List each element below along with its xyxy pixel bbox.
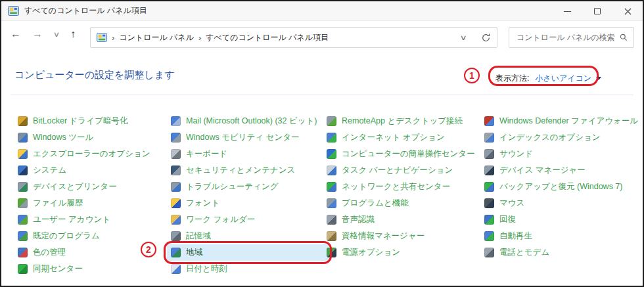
control-panel-item-bitlocker[interactable]: BitLocker ドライブ暗号化	[18, 113, 168, 129]
minimize-button[interactable]	[552, 1, 582, 21]
item-label: RemoteApp とデスクトップ接続	[342, 116, 463, 127]
control-panel-item-troubleshooting[interactable]: トラブルシューティング	[171, 179, 323, 195]
control-panel-item-programs-and-features[interactable]: プログラムと機能	[327, 195, 481, 211]
breadcrumb-separator: ›	[112, 33, 114, 43]
speech-recognition-icon	[327, 215, 336, 225]
control-panel-item-file-history[interactable]: ファイル履歴	[18, 195, 168, 211]
sync-center-icon	[18, 264, 28, 274]
indexing-options-icon	[484, 133, 494, 143]
control-panel-item-recovery[interactable]: 回復	[484, 211, 635, 228]
up-button[interactable]: ↑	[70, 29, 76, 39]
control-panel-item-device-manager[interactable]: デバイス マネージャー	[484, 162, 635, 179]
control-panel-item-remoteapp[interactable]: RemoteApp とデスクトップ接続	[327, 113, 481, 129]
control-panel-item-mouse[interactable]: マウス	[484, 195, 635, 211]
item-label: コンピューターの簡単操作センター	[342, 148, 475, 160]
search-box[interactable]	[509, 27, 634, 48]
back-button[interactable]: ←	[11, 29, 21, 39]
control-panel-item-taskbar-navigation[interactable]: タスク バーとナビゲーション	[327, 162, 481, 179]
storage-spaces-icon	[171, 231, 181, 241]
control-panel-item-file-explorer-options[interactable]: エクスプローラーのオプション	[18, 146, 168, 162]
close-icon	[624, 8, 632, 15]
recent-locations-chevron-icon[interactable]: ∨	[53, 30, 60, 39]
view-by-dropdown-icon[interactable]	[596, 77, 601, 80]
control-panel-item-fonts[interactable]: フォント	[171, 195, 323, 211]
mouse-icon	[484, 198, 494, 208]
windows-defender-firewall-icon	[484, 116, 494, 126]
control-panel-item-system[interactable]: システム	[18, 162, 168, 179]
annotation-step-1: 1	[464, 68, 480, 83]
item-label: 回復	[499, 214, 516, 225]
window-title: すべてのコントロール パネル項目	[24, 5, 147, 16]
control-panel-item-security-and-maintenance[interactable]: セキュリティとメンテナンス	[171, 162, 323, 179]
control-panel-item-sync-center[interactable]: 同期センター	[18, 261, 168, 277]
taskbar-navigation-icon	[327, 166, 336, 175]
item-label: 既定のプログラム	[33, 231, 100, 242]
control-panel-item-storage-spaces[interactable]: 記憶域	[171, 228, 323, 244]
minimize-icon	[564, 11, 571, 12]
file-explorer-options-icon	[18, 149, 28, 159]
control-panel-item-default-programs[interactable]: 既定のプログラム	[18, 228, 168, 244]
control-panel-item-power-options[interactable]: 電源オプション	[327, 244, 481, 261]
forward-button[interactable]: →	[32, 29, 43, 39]
items-column-2: Mail (Microsoft Outlook) (32 ビット)Windows…	[171, 113, 323, 277]
breadcrumb-control-panel[interactable]: コントロール パネル	[119, 32, 194, 43]
address-dropdown-chevron-icon[interactable]: ∨	[459, 33, 467, 42]
view-by-value[interactable]: 小さいアイコン	[535, 73, 591, 84]
control-panel-item-mobility-center[interactable]: Windows モビリティ センター	[171, 129, 323, 146]
items-column-1: BitLocker ドライブ暗号化Windows ツールエクスプローラーのオプシ…	[18, 113, 168, 277]
windows-tools-icon	[18, 133, 28, 143]
mail-icon	[171, 116, 181, 126]
control-panel-item-windows-defender-firewall[interactable]: Windows Defender ファイアウォール	[484, 113, 635, 129]
control-panel-item-color-management[interactable]: 色の管理	[18, 244, 168, 261]
item-label: ユーザー アカウント	[33, 214, 110, 225]
item-label: ネットワークと共有センター	[342, 181, 450, 192]
control-panel-item-work-folders[interactable]: ワーク フォルダー	[171, 211, 323, 228]
remoteapp-icon	[327, 116, 336, 126]
backup-and-restore-icon	[484, 182, 494, 192]
item-label: 音声認識	[342, 214, 375, 225]
control-panel-window: すべてのコントロール パネル項目 ← → ∨ ↑ › コントロール パネル	[0, 0, 644, 287]
control-panel-item-indexing-options[interactable]: インデックスのオプション	[484, 129, 635, 146]
control-panel-item-ease-of-access[interactable]: コンピューターの簡単操作センター	[327, 146, 481, 162]
control-panel-item-region[interactable]: 地域	[167, 244, 329, 261]
troubleshooting-icon	[171, 182, 181, 192]
control-panel-item-keyboard[interactable]: キーボード	[171, 146, 323, 162]
control-panel-item-user-accounts[interactable]: ユーザー アカウント	[18, 211, 168, 228]
control-panel-item-date-and-time[interactable]: 日付と時刻	[171, 261, 323, 277]
control-panel-icon	[8, 6, 19, 16]
control-panel-item-autoplay[interactable]: 自動再生	[484, 228, 635, 244]
breadcrumb-all-items[interactable]: すべてのコントロール パネル項目	[206, 32, 329, 43]
item-label: キーボード	[186, 148, 227, 160]
item-label: エクスプローラーのオプション	[33, 148, 150, 160]
control-panel-item-speech-recognition[interactable]: 音声認識	[327, 211, 481, 228]
item-label: フォント	[186, 198, 219, 209]
work-folders-icon	[171, 215, 181, 225]
control-panel-item-windows-tools[interactable]: Windows ツール	[18, 129, 168, 146]
address-bar[interactable]: › コントロール パネル › すべてのコントロール パネル項目 ∨	[90, 27, 497, 48]
item-label: 資格情報マネージャー	[342, 231, 425, 242]
control-panel-item-backup-and-restore[interactable]: バックアップと復元 (Windows 7)	[484, 179, 635, 195]
item-label: サウンド	[499, 148, 533, 160]
search-input[interactable]	[515, 32, 620, 43]
item-label: マウス	[499, 198, 524, 209]
control-panel-item-network-sharing-center[interactable]: ネットワークと共有センター	[327, 179, 481, 195]
security-and-maintenance-icon	[171, 166, 181, 175]
item-label: セキュリティとメンテナンス	[186, 165, 295, 176]
network-sharing-center-icon	[327, 182, 336, 192]
item-label: 自動再生	[499, 231, 532, 242]
control-panel-item-devices-and-printers[interactable]: デバイスとプリンター	[18, 179, 168, 195]
control-panel-item-sound[interactable]: サウンド	[484, 146, 635, 162]
maximize-button[interactable]	[582, 1, 612, 21]
item-label: 同期センター	[33, 263, 83, 275]
control-panel-item-mail[interactable]: Mail (Microsoft Outlook) (32 ビット)	[171, 113, 323, 129]
keyboard-icon	[171, 149, 181, 159]
refresh-icon[interactable]	[481, 33, 491, 43]
system-icon	[18, 166, 28, 175]
control-panel-item-credential-manager[interactable]: 資格情報マネージャー	[327, 228, 481, 244]
view-by-control[interactable]: 表示方法: 小さいアイコン	[495, 73, 601, 84]
item-label: Windows モビリティ センター	[186, 132, 300, 143]
item-label: インデックスのオプション	[499, 132, 601, 143]
control-panel-item-phone-and-modem[interactable]: 電話とモデム	[484, 244, 635, 261]
control-panel-item-internet-options[interactable]: インターネット オプション	[327, 129, 481, 146]
close-button[interactable]	[612, 1, 643, 21]
